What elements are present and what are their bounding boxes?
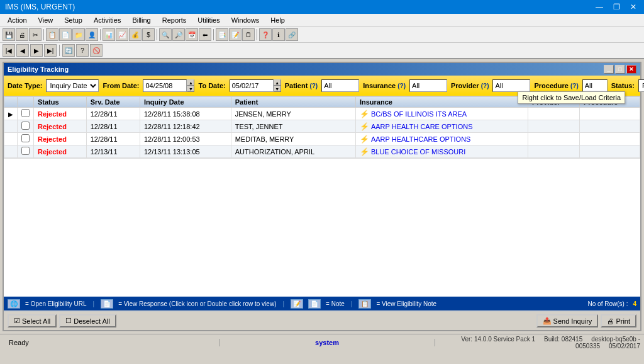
row-check-3[interactable] [18,133,34,145]
menu-action[interactable]: Action [3,15,32,25]
row-check-4[interactable] [18,145,34,158]
to-date-input[interactable] [230,79,274,92]
toolbar-btn-18[interactable]: 🗒 [242,28,255,41]
provider-input[interactable] [492,79,530,92]
build-text: Build: 082415 [544,336,582,343]
col-srvdate-header[interactable]: Srv. Date [86,97,140,108]
patient-input[interactable] [321,79,359,92]
from-date-down[interactable]: ▼ [187,86,194,92]
row-insurance-2[interactable]: ⚡ AARP HEALTH CARE OPTIONS [355,120,528,133]
info-icon-1[interactable]: ⚡ [360,110,369,118]
toolbar-btn-10[interactable]: 💰 [129,28,142,41]
insurance-link-4[interactable]: ⚡ BLUE CHOICE OF MISSOURI [360,147,524,156]
menu-view[interactable]: View [33,15,58,25]
toolbar-btn-17[interactable]: 📝 [229,28,242,41]
toolbar-btn-8[interactable]: 📊 [103,28,115,41]
row-expand-1[interactable]: ▶ [4,108,18,120]
toolbar-btn-7[interactable]: 👤 [86,28,98,41]
toolbar-btn-20[interactable]: ℹ [272,28,285,41]
nav-prev[interactable]: ◀ [16,44,29,57]
nav-next[interactable]: ▶ [30,44,43,57]
et-minimize-btn[interactable]: _ [604,65,614,74]
nav-last[interactable]: ▶| [44,44,57,57]
print-button[interactable]: 🖨 Print [601,314,636,327]
insurance-input[interactable] [409,79,447,92]
close-button[interactable]: ✕ [628,3,639,11]
toolbar-btn-5[interactable]: 📄 [59,28,72,41]
toolbar-btn-6[interactable]: 📁 [72,28,85,41]
toolbar-btn-9[interactable]: 📈 [116,28,128,41]
info-icon-4[interactable]: ⚡ [360,147,369,156]
col-insurance-header[interactable]: Insurance [355,97,528,108]
toolbar-btn-16[interactable]: 📑 [216,28,228,41]
col-patient-header[interactable]: Patient [231,97,355,108]
tooltip: Right click to Save/Load Criteria [518,91,625,104]
toolbar-btn-12[interactable]: 🔍 [159,28,172,41]
row-insurance-1[interactable]: ⚡ BC/BS OF ILLINOIS ITS AREA [355,108,528,120]
to-date-down[interactable]: ▼ [274,86,281,92]
toolbar-btn-13[interactable]: 🔎 [172,28,185,41]
insurance-link-2[interactable]: ⚡ AARP HEALTH CARE OPTIONS [360,122,524,131]
toolbar-btn-14[interactable]: 📅 [186,28,198,41]
deselect-all-button[interactable]: ☐ Deselect All [59,314,116,327]
select-all-button[interactable]: ☑ Select All [8,314,57,327]
maximize-button[interactable]: ❐ [611,3,623,11]
col-status-header[interactable]: Status [34,97,87,108]
expand-arrow-1[interactable]: ▶ [8,111,13,118]
menu-activities[interactable]: Activities [89,15,126,25]
row-checkbox-4[interactable] [21,147,30,155]
nav-first[interactable]: |◀ [3,44,15,57]
col-inquirydate-header[interactable]: Inquiry Date [140,97,231,108]
date-type-select[interactable]: Inquiry Date [46,79,99,92]
table-row[interactable]: ▶ Rejected 12/28/11 12/28/11 15:38:08 JE… [4,108,640,120]
menu-setup[interactable]: Setup [59,15,87,25]
refresh-button[interactable]: 🔄 [62,44,75,57]
procedure-help-icon[interactable]: (?) [570,82,579,89]
to-date-up[interactable]: ▲ [274,79,281,86]
insurance-link-3[interactable]: ⚡ AARP HEALTHCARE OPTIONS [360,135,524,144]
row-insurance-3[interactable]: ⚡ AARP HEALTHCARE OPTIONS [355,133,528,145]
table-row[interactable]: Rejected 12/13/11 12/13/11 13:13:05 AUTH… [4,145,640,158]
patient-help-icon[interactable]: (?) [309,82,318,89]
toolbar-btn-11[interactable]: $ [142,28,155,41]
toolbar-btn-4[interactable]: 📋 [46,28,58,41]
toolbar-btn-19[interactable]: ❓ [259,28,272,41]
toolbar-btn-3[interactable]: ✂ [29,28,42,41]
provider-help-icon[interactable]: (?) [481,82,489,89]
col-expand-header[interactable] [4,97,18,108]
insurance-help-icon[interactable]: (?) [397,82,406,89]
menu-billing[interactable]: Billing [127,15,155,25]
from-date-up[interactable]: ▲ [187,79,194,86]
menu-windows[interactable]: Windows [226,15,265,25]
toolbar-btn-15[interactable]: ⬅ [199,28,211,41]
row-checkbox-2[interactable] [21,122,30,130]
status-select[interactable]: Rejected [638,79,644,92]
info-icon-3[interactable]: ⚡ [360,135,369,144]
insurance-link-1[interactable]: ⚡ BC/BS OF ILLINOIS ITS AREA [360,110,524,118]
row-check-2[interactable] [18,120,34,133]
menu-reports[interactable]: Reports [157,15,192,25]
menu-help[interactable]: Help [265,15,290,25]
stop-button[interactable]: 🚫 [90,44,103,57]
send-inquiry-button[interactable]: 📤 Send Inquiry [536,314,599,327]
toolbar-btn-1[interactable]: 💾 [3,28,15,41]
row-check-1[interactable] [18,108,34,120]
note-icon: 📝 [291,299,303,309]
et-close-btn[interactable]: ✕ [626,65,636,74]
menu-utilities[interactable]: Utilities [192,15,225,25]
toolbar-btn-2[interactable]: 🖨 [16,28,28,41]
row-insurance-4[interactable]: ⚡ BLUE CHOICE OF MISSOURI [355,145,528,158]
toolbar-btn-21[interactable]: 🔗 [286,28,298,41]
table-row[interactable]: Rejected 12/28/11 12/28/11 12:18:42 TEST… [4,120,640,133]
from-date-input[interactable] [143,79,187,92]
col-check-header[interactable] [18,97,34,108]
info-icon-2[interactable]: ⚡ [360,122,369,131]
open-eligibility-icon: 🌐 [8,299,20,309]
row-checkbox-3[interactable] [21,134,30,142]
table-row[interactable]: Rejected 12/28/11 12/28/11 12:00:53 MEDI… [4,133,640,145]
row-checkbox-1[interactable] [21,109,30,117]
procedure-input[interactable] [582,79,608,92]
et-maximize-btn[interactable]: □ [615,65,625,74]
minimize-button[interactable]: — [593,3,606,11]
help-button[interactable]: ? [76,44,89,57]
